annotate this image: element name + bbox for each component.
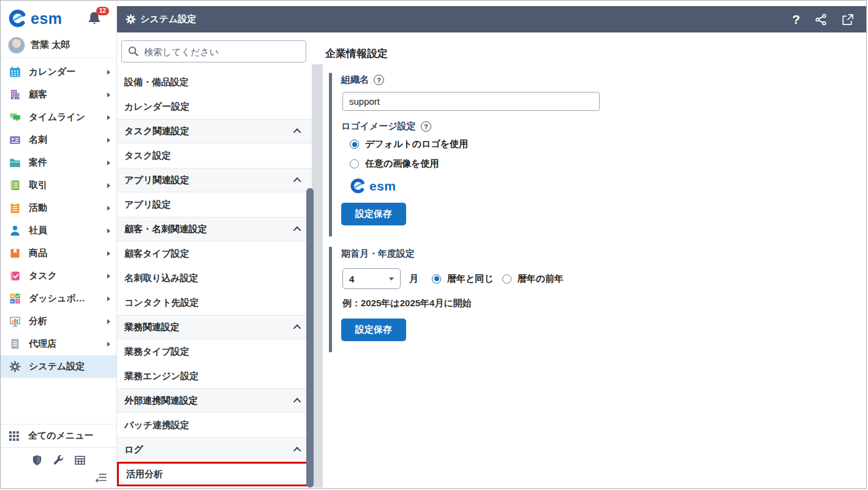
chevron-right-icon [107,296,110,301]
settings-item-5[interactable]: アプリ設定 [117,192,312,217]
search-input[interactable] [121,40,306,62]
radio-same-as-calendar-year[interactable]: 暦年と同じ [432,273,494,285]
sidebar-item-all-menu[interactable]: 全てのメニュー [1,424,116,447]
settings-item-16-highlighted[interactable]: 活用分析 [117,462,312,486]
notification-bell-icon[interactable]: 12 [87,11,102,26]
radio-default-logo-control[interactable] [350,140,359,149]
settings-group-label: アプリ関連設定 [124,175,189,186]
sidebar-item-13[interactable]: システム設定 [1,355,116,378]
sidebar-item-11[interactable]: 分析 [1,310,116,333]
settings-item-8[interactable]: 名刺取り込み設定 [117,266,312,290]
org-name-help-icon[interactable]: ? [374,75,384,85]
sidebar-item-10[interactable]: ダッシュボ… [1,287,116,310]
radio-same-as-calendar-year-label: 暦年と同じ [447,273,494,285]
settings-item-label: 設備・備品設定 [124,77,189,88]
fiscal-section: 期首月・年度設定 4 月 暦年と同じ 暦年の前年 例：2025年は2025年4月… [329,247,853,352]
settings-item-3[interactable]: タスク設定 [117,143,312,168]
sidebar-item-label: ダッシュボ… [29,293,85,304]
settings-item-11[interactable]: 業務タイプ設定 [117,339,312,364]
settings-item-9[interactable]: コンタクト先設定 [117,290,312,315]
chevron-up-icon [293,398,301,405]
save-fiscal-settings-button[interactable]: 設定保存 [341,318,406,341]
search-wrap [121,40,306,62]
wrench-icon[interactable] [53,454,64,466]
settings-item-label: 業務エンジン設定 [124,371,198,382]
external-link-icon[interactable] [842,13,854,26]
esm-logo-mark [8,9,28,28]
org-name-input[interactable] [342,92,600,111]
calendar-icon [9,66,21,78]
sidebar-item-label: タイムライン [29,111,85,123]
settings-group-header-15[interactable]: ログ [117,437,312,462]
sidebar-menu: カレンダー顧客タイムライン名刺案件取引活動社員商品タスクダッシュボ…分析代理店シ… [1,58,116,378]
settings-list: 設備・備品設定カレンダー設定タスク関連設定タスク設定アプリ関連設定アプリ設定顧客… [117,70,312,486]
save-org-settings-button[interactable]: 設定保存 [341,203,406,225]
notification-badge: 12 [96,7,109,15]
chevron-up-icon [293,226,301,234]
scrollbar-thumb[interactable] [306,188,314,488]
sidebar-item-5[interactable]: 取引 [1,174,116,197]
settings-item-label: コンタクト先設定 [124,297,199,309]
customer-building-icon [9,89,21,101]
chevron-up-icon [293,324,301,332]
radio-same-as-calendar-year-control[interactable] [432,274,441,284]
sidebar-item-label: 活動 [29,202,47,214]
sidebar-item-3[interactable]: 名刺 [1,129,116,151]
shield-icon[interactable] [31,454,43,466]
esm-logo-mark [350,178,366,194]
settings-group-header-6[interactable]: 顧客・名刺関連設定 [117,217,312,241]
settings-group-header-2[interactable]: タスク関連設定 [117,119,312,143]
start-month-dropdown[interactable]: 4 [342,268,401,289]
app-window: esm 12 営業 太郎 カレンダー顧客タイムライン名刺案件取引活動社員商品タス… [0,0,867,489]
sidebar-item-1[interactable]: 顧客 [1,83,116,106]
page-title: システム設定 [140,13,196,25]
collapse-sidebar-icon[interactable] [96,472,107,483]
sidebar-item-8[interactable]: 商品 [1,242,116,265]
chevron-up-icon [293,128,301,136]
current-logo-preview: esm [350,178,853,194]
settings-item-7[interactable]: 顧客タイプ設定 [117,241,312,266]
help-icon[interactable]: ? [792,13,800,26]
settings-item-12[interactable]: 業務エンジン設定 [117,364,312,388]
deal-book-icon [9,179,21,192]
gear-icon [9,361,21,373]
chevron-right-icon [107,251,110,256]
sidebar-item-12[interactable]: 代理店 [1,333,116,355]
logo-setting-help-icon[interactable]: ? [421,121,431,132]
radio-previous-calendar-year-control[interactable] [502,274,511,284]
settings-panel: 設備・備品設定カレンダー設定タスク関連設定タスク設定アプリ関連設定アプリ設定顧客… [117,32,312,488]
radio-default-logo[interactable]: デフォルトのロゴを使用 [350,138,853,150]
sidebar-item-label: システム設定 [29,361,85,372]
sidebar-item-7[interactable]: 社員 [1,219,116,242]
sidebar-item-label: カレンダー [29,66,75,78]
table-icon[interactable] [74,454,86,466]
sidebar-item-4[interactable]: 案件 [1,151,116,174]
radio-custom-image[interactable]: 任意の画像を使用 [350,158,853,170]
esm-logo-text: esm [31,11,62,26]
sidebar-item-label: タスク [29,270,57,282]
settings-item-label: 顧客タイプ設定 [124,248,189,260]
share-icon[interactable] [815,13,827,26]
case-folder-icon [9,157,21,169]
settings-group-header-10[interactable]: 業務関連設定 [117,315,312,339]
search-icon [127,45,139,57]
settings-group-header-13[interactable]: 外部連携関連設定 [117,388,312,413]
chevron-right-icon [107,274,110,279]
settings-group-label: 外部連携関連設定 [124,395,198,407]
radio-previous-calendar-year[interactable]: 暦年の前年 [502,273,564,285]
esm-logo-text: esm [369,179,396,194]
chevron-right-icon [107,138,110,143]
sidebar-item-0[interactable]: カレンダー [1,61,116,83]
fiscal-example-text: 例：2025年は2025年4月に開始 [342,298,853,309]
user-profile[interactable]: 営業 太郎 [1,32,116,58]
settings-group-header-4[interactable]: アプリ関連設定 [117,168,312,192]
settings-item-14[interactable]: バッチ連携設定 [117,413,312,437]
settings-item-1[interactable]: カレンダー設定 [117,94,312,119]
sidebar-item-2[interactable]: タイムライン [1,106,116,129]
sidebar-item-label: 商品 [29,247,47,259]
settings-item-0[interactable]: 設備・備品設定 [117,70,312,94]
sidebar-item-9[interactable]: タスク [1,265,116,287]
sidebar-item-6[interactable]: 活動 [1,197,116,219]
radio-custom-image-control[interactable] [350,159,359,168]
chevron-up-icon [293,447,301,454]
